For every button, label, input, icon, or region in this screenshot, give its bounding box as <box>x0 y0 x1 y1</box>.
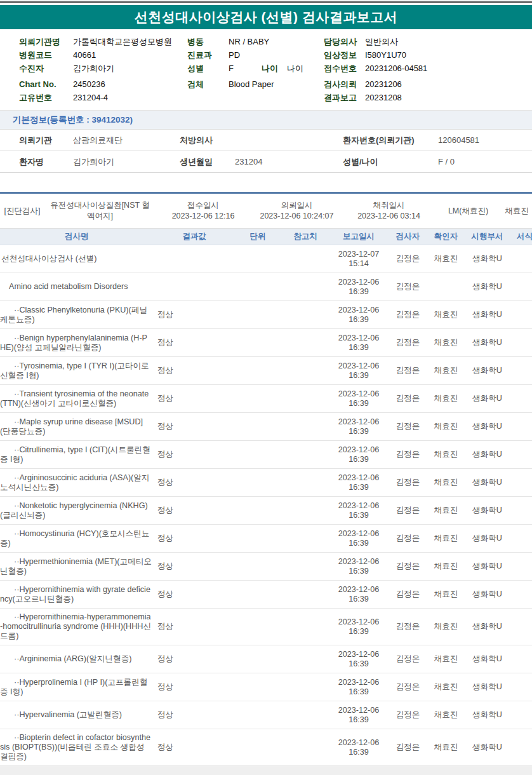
department-cell: 생화학U <box>463 282 511 292</box>
field-label: 의뢰기관명 <box>19 36 73 48</box>
report-time: 16:39 <box>330 343 387 353</box>
report-date: 2023-12-06 <box>330 473 387 483</box>
department-cell: 생화학U <box>463 562 511 571</box>
field-label: 환자번호(의뢰기관) <box>343 135 438 146</box>
report-datetime-cell: 2023-12-0616:39 <box>330 678 387 697</box>
test-name-cell: ··Hypermethioninemia (MET)(고메티오닌혈증) <box>0 553 154 580</box>
report-time: 16:39 <box>330 687 387 697</box>
basic-info-title: 기본정보(등록번호 : 39412032) <box>13 114 133 126</box>
report-date: 2023-12-06 <box>330 445 387 455</box>
collector-name: LM(채효진) <box>435 206 502 217</box>
checker-cell: 채효진 <box>429 534 463 543</box>
tester-cell: 김정은 <box>387 590 429 599</box>
report-time: 16:39 <box>330 371 387 381</box>
field-value: 120604581 <box>438 135 532 145</box>
field-value: 김가희아기 <box>73 156 180 168</box>
column-header: 보고일시 <box>330 231 387 242</box>
tester-cell: 김정은 <box>387 338 429 347</box>
checker-cell: 채효진 <box>429 743 463 752</box>
request-datetime-value: 2023-12-06 10:24:07 <box>251 211 343 222</box>
tester-cell: 김정은 <box>387 743 429 752</box>
field-value: F나이나이 <box>229 63 324 74</box>
field-value: NR / BABY <box>229 37 324 46</box>
report-date: 2023-12-06 <box>330 306 387 315</box>
collection-datetime: 채취일시 2023-12-06 03:14 <box>343 200 435 222</box>
checker-cell: 채효진 <box>429 590 463 599</box>
department-cell: 생화학U <box>463 654 511 664</box>
department-cell: 생화학U <box>463 478 511 487</box>
field-value: 가톨릭대학교은평성모병원 <box>73 36 187 48</box>
result-cell: 정상 <box>154 621 235 632</box>
tester-cell: 김정은 <box>387 394 429 403</box>
field-label: 검체 <box>187 79 229 90</box>
patient-info-row: 수진자김가희아기성별F나이나이접수번호20231206-04581 <box>19 62 532 75</box>
report-time: 16:39 <box>330 455 387 464</box>
report-date: 2023-12-06 <box>330 389 387 399</box>
tester-cell: 김정은 <box>387 366 429 375</box>
field-label: 성별 <box>187 63 229 74</box>
result-cell: 정상 <box>154 742 235 753</box>
report-date: 2023-12-06 <box>330 650 387 659</box>
report-time: 16:39 <box>330 483 387 492</box>
test-name-cell: ··Argininemia (ARG)(알지닌혈증) <box>0 650 154 668</box>
report-datetime-cell: 2023-12-0616:39 <box>330 557 387 576</box>
table-row: ··Transient tyrosinemia of the neonate (… <box>0 385 532 413</box>
department-cell: 생화학U <box>463 622 511 631</box>
report-datetime-cell: 2023-12-0616:39 <box>330 306 387 325</box>
report-date: 2023-12-06 <box>330 585 387 595</box>
test-group-name: 유전성대사이상질환[NST 혈액여지] <box>44 200 156 222</box>
checker-cell: 채효진 <box>429 338 463 347</box>
field-value: 40661 <box>73 50 187 60</box>
table-row: ··Biopterin defect in cofactor biosynthe… <box>0 729 532 766</box>
test-name-cell: ··Nonketotic hyperglycinemia (NKHG)(글리신뇌… <box>0 497 154 524</box>
patient-info-section: 의뢰기관명가톨릭대학교은평성모병원병동NR / BABY담당의사일반의사병원코드… <box>0 29 532 111</box>
report-datetime-cell: 2023-12-0616:39 <box>330 417 387 436</box>
report-time: 16:39 <box>330 511 387 520</box>
field-label: 진료과 <box>187 50 229 61</box>
report-time: 15:14 <box>330 259 387 269</box>
collector-name-2: 채효진 <box>502 206 532 217</box>
checker-cell: 채효진 <box>429 310 463 320</box>
test-name-cell: ··Hyperornithinemia-hyperammonemia-homoc… <box>0 609 154 645</box>
column-header: 결과값 <box>154 231 235 242</box>
report-datetime-cell: 2023-12-0616:39 <box>330 389 387 408</box>
department-cell: 생화학U <box>463 366 511 375</box>
field-label: 의뢰기관 <box>19 135 73 146</box>
receipt-datetime-value: 2023-12-06 12:16 <box>156 211 251 222</box>
tester-cell: 김정은 <box>387 254 429 264</box>
test-name-cell: ··Hyperprolinemia I (HP I)(고프롤린혈증 I형) <box>0 674 154 701</box>
column-header: 시행부서 <box>463 231 511 242</box>
department-cell: 생화학U <box>463 534 511 543</box>
table-row: ··Maple syrup urine disease [MSUD](단풍당뇨증… <box>0 413 532 441</box>
field-label: 접수번호 <box>324 63 365 74</box>
tester-cell: 김정은 <box>387 506 429 515</box>
checker-cell: 채효진 <box>429 562 463 571</box>
field-label: Chart No. <box>19 79 73 89</box>
field-value: 2450236 <box>73 79 187 89</box>
result-table-header: 검사명결과값단위참고치보고일시검사자확인자시행부서서식 <box>0 229 532 245</box>
department-cell: 생화학U <box>463 710 511 720</box>
result-cell: 정상 <box>154 505 235 516</box>
report-time: 16:39 <box>330 659 387 669</box>
department-cell: 생화학U <box>463 590 511 599</box>
report-time: 16:39 <box>330 315 387 325</box>
result-cell: 정상 <box>154 682 235 692</box>
column-header: 단위 <box>235 231 281 242</box>
result-cell: 정상 <box>154 654 235 664</box>
table-row: ··Hypervalinemia (고발린혈증)정상2023-12-0616:3… <box>0 701 532 729</box>
result-cell: 정상 <box>154 365 235 376</box>
test-name-cell: 선천성대사이상검사 (선별) <box>0 250 154 267</box>
department-cell: 생화학U <box>463 338 511 347</box>
checker-cell: 채효진 <box>429 366 463 375</box>
report-title-banner: 선천성대사이상검사 (선별) 검사결과보고서 <box>0 5 532 29</box>
report-time: 16:39 <box>330 567 387 576</box>
table-row: ··Argininosuccinic aciduria (ASA)(알지노석시닌… <box>0 469 532 497</box>
result-cell: 정상 <box>154 337 235 348</box>
checker-cell: 채효진 <box>429 710 463 720</box>
field-label: 담당의사 <box>324 36 365 48</box>
field-label: 처방의사 <box>180 135 235 146</box>
report-datetime-cell: 2023-12-0616:39 <box>330 585 387 604</box>
field-label: 병원코드 <box>19 50 73 61</box>
column-header: 검사자 <box>387 231 429 242</box>
report-date: 2023-12-06 <box>330 361 387 371</box>
